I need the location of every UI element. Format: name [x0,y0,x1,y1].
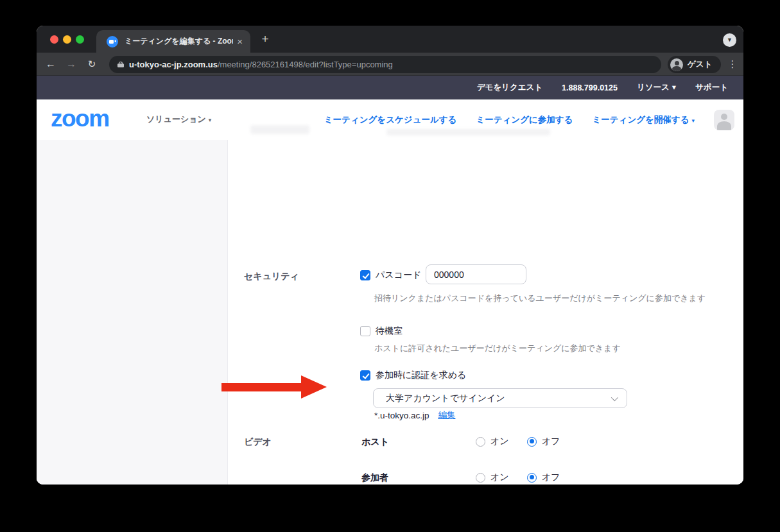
minimize-window-button[interactable] [63,35,71,44]
video-host-on-label: オン [490,436,509,447]
new-tab-button[interactable]: + [257,31,273,47]
video-participant-off-label: オフ [542,472,560,483]
close-tab-icon[interactable]: × [237,36,243,47]
auth-method-value: 大学アカウントでサインイン [386,393,611,404]
video-participant-on-label: オン [490,472,509,483]
require-auth-checkbox[interactable] [360,370,370,381]
chevron-down-icon: ▾ [209,117,212,123]
tab-strip: ミーティングを編集する - Zoom × + ▼ [37,26,743,53]
video-host-off-label: オフ [542,436,560,447]
passcode-input[interactable] [426,264,526,284]
video-host-label: ホスト [361,436,389,448]
browser-menu-icon[interactable]: ⋮ [724,56,741,73]
schedule-meeting-link[interactable]: ミーティングをスケジュールする [324,114,457,126]
auth-domain-edit-link[interactable]: 編集 [438,409,456,421]
chevron-down-icon: ▾ [672,83,676,92]
video-participant-label: 参加者 [361,472,388,484]
topbar-support[interactable]: サポート [695,82,728,93]
waiting-room-checkbox[interactable] [360,326,370,336]
sidebar [37,140,228,485]
auth-domain: *.u-tokyo.ac.jp [374,411,429,420]
back-icon[interactable]: ← [42,56,59,73]
passcode-checkbox[interactable] [360,270,370,280]
site-topbar: デモをリクエスト 1.888.799.0125 リソース▾ サポート [37,76,743,99]
host-meeting-link[interactable]: ミーティングを開催する▾ [592,114,695,126]
security-section-label: セキュリティ [244,271,299,282]
video-host-on-radio[interactable] [476,437,485,447]
browser-window: ミーティングを編集する - Zoom × + ▼ ← → ↻ u-tokyo-a… [37,26,743,485]
passcode-label: パスコード [376,270,421,281]
reload-icon[interactable]: ↻ [83,56,100,73]
chevron-down-icon: ▾ [691,117,695,124]
solutions-menu[interactable]: ソリューション▾ [146,114,211,125]
close-window-button[interactable] [50,35,58,44]
site-header: zoom ソリューション▾ ミーティングをスケジュールする ミーティングに参加す… [37,99,743,140]
passcode-desc: 招待リンクまたはパスコードを持っているユーザーだけがミーティングに参加できます [374,293,706,304]
desktop-backdrop: ミーティングを編集する - Zoom × + ▼ ← → ↻ u-tokyo-a… [0,0,780,532]
video-participant-on-radio[interactable] [476,473,485,483]
tab-search-icon[interactable]: ▼ [723,33,736,47]
video-section-label: ビデオ [244,436,272,448]
browser-tab[interactable]: ミーティングを編集する - Zoom × [96,30,250,53]
address-bar[interactable]: u-tokyo-ac-jp.zoom.us/meeting/8265216149… [109,56,661,73]
url-text: u-tokyo-ac-jp.zoom.us/meeting/8265216149… [129,60,393,69]
topbar-request-demo[interactable]: デモをリクエスト [477,82,542,93]
annotation-arrow [221,383,302,391]
profile-button[interactable]: ゲスト [668,56,721,73]
zoom-logo[interactable]: zoom [51,105,109,133]
tab-title: ミーティングを編集する - Zoom [125,36,233,47]
zoom-window-button[interactable] [76,35,84,44]
browser-toolbar: ← → ↻ u-tokyo-ac-jp.zoom.us/meeting/8265… [37,53,743,76]
auth-method-select[interactable]: 大学アカウントでサインイン [373,388,627,408]
video-host-off-radio[interactable] [527,437,537,447]
ghost-content [250,125,309,134]
url-path: /meeting/82652161498/edit?listType=upcom… [218,60,393,69]
person-icon [670,58,683,71]
require-auth-label: 参加時に認証を求める [376,370,466,381]
meeting-edit-form: セキュリティ パスコード 招待リンクまたはパスコードを持っているユーザーだけがミ… [37,140,743,485]
topbar-resources[interactable]: リソース▾ [637,82,676,93]
lock-icon [117,62,124,67]
waiting-room-desc: ホストに許可されたユーザーだけがミーティングに参加できます [374,343,621,354]
join-meeting-link[interactable]: ミーティングに参加する [476,114,573,126]
zoom-favicon-icon [107,36,118,47]
video-participant-off-radio[interactable] [527,473,537,483]
topbar-phone[interactable]: 1.888.799.0125 [562,83,618,92]
account-avatar[interactable] [714,110,734,130]
chevron-down-icon [611,393,618,400]
url-domain: u-tokyo-ac-jp.zoom.us [129,60,218,69]
forward-icon[interactable]: → [63,56,80,73]
guest-label: ゲスト [688,59,712,70]
annotation-arrowhead-icon [301,375,327,399]
waiting-room-label: 待機室 [376,325,403,337]
